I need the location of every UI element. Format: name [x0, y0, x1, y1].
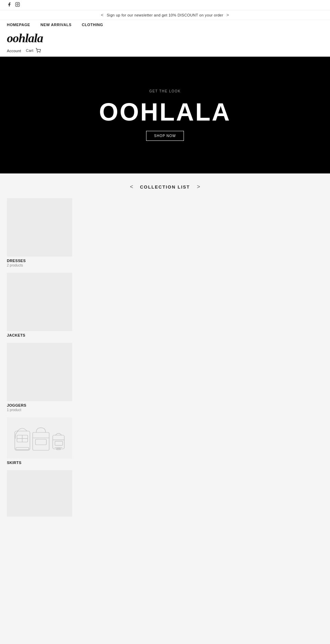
social-icons	[7, 2, 20, 8]
svg-point-2	[19, 3, 19, 3]
joggers-label: Joggers	[7, 403, 323, 407]
dresses-count: 2 products	[7, 263, 323, 267]
svg-rect-10	[33, 432, 49, 450]
collection-next-arrow[interactable]: >	[197, 184, 200, 190]
logo-bar: oohlala	[0, 30, 330, 47]
collection-title: COLLECTION LIST	[140, 184, 190, 190]
newsletter-prev-arrow[interactable]: <	[100, 12, 105, 18]
hero-banner: GET THE LOOK OOHLALA SHOP NOW	[0, 57, 330, 173]
newsletter-next-arrow[interactable]: >	[226, 12, 230, 18]
nav-homepage[interactable]: HOMEPAGE	[7, 23, 30, 30]
dresses-label: DRESSES	[7, 259, 323, 263]
nav-clothing[interactable]: CLOTHING	[82, 23, 103, 30]
account-link[interactable]: Account	[7, 49, 21, 53]
cart-icon	[35, 48, 41, 54]
main-nav: HOMEPAGE NEW ARRIVALS CLOTHING	[0, 20, 330, 30]
nav-new-arrivals[interactable]: NEW ARRIVALS	[41, 23, 72, 30]
collection-section: < COLLECTION LIST > DRESSES 2 products J…	[0, 173, 330, 529]
joggers-count: 1 product	[7, 408, 323, 412]
shop-now-button[interactable]: SHOP NOW	[146, 131, 184, 141]
jackets-image	[7, 273, 72, 331]
svg-rect-9	[16, 448, 29, 450]
collection-prev-arrow[interactable]: <	[130, 184, 133, 190]
skirts-image	[7, 417, 72, 459]
facebook-icon[interactable]	[7, 2, 12, 8]
skirts-bottom-image	[7, 470, 72, 517]
svg-point-4	[40, 52, 40, 53]
newsletter-bar: < Sign up for our newsletter and get 10%…	[0, 10, 330, 20]
joggers-image	[7, 343, 72, 401]
cart-link[interactable]: Cart	[26, 48, 41, 54]
instagram-icon[interactable]	[15, 2, 20, 8]
bags-svg	[12, 419, 67, 457]
newsletter-text: Sign up for our newsletter and get 10% D…	[107, 13, 223, 17]
collection-item-dresses[interactable]: DRESSES 2 products	[7, 198, 323, 267]
hero-subtitle: GET THE LOOK	[149, 89, 181, 93]
collection-item-jackets[interactable]: Jackets	[7, 273, 323, 337]
account-cart-bar: Account Cart	[0, 47, 330, 57]
skirts-label: Skirts	[7, 461, 323, 465]
collection-header: < COLLECTION LIST >	[7, 184, 323, 190]
site-logo[interactable]: oohlala	[7, 31, 43, 45]
dresses-image	[7, 198, 72, 257]
collection-item-joggers[interactable]: Joggers 1 product	[7, 343, 323, 412]
svg-point-1	[17, 4, 19, 5]
svg-rect-0	[15, 2, 20, 7]
svg-rect-12	[35, 439, 46, 445]
top-bar	[0, 0, 330, 10]
jackets-label: Jackets	[7, 333, 323, 337]
hero-title: OOHLALA	[99, 98, 231, 126]
collection-item-skirts[interactable]: Skirts	[7, 417, 323, 465]
collection-item-skirts-bottom[interactable]	[7, 470, 323, 517]
svg-rect-15	[55, 441, 63, 445]
svg-point-3	[37, 52, 38, 53]
